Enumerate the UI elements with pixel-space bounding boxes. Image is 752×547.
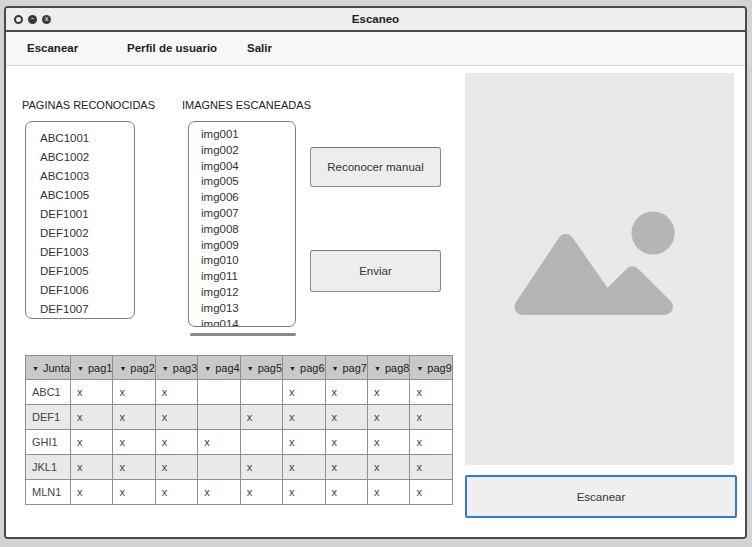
scanned-image-item[interactable]: img010 bbox=[189, 253, 295, 269]
send-button[interactable]: Enviar bbox=[310, 250, 441, 292]
page-mark-cell: x bbox=[155, 405, 197, 430]
scanned-image-item[interactable]: img001 bbox=[189, 127, 295, 143]
recognized-page-item[interactable]: ABC1005 bbox=[26, 186, 134, 205]
column-header-junta[interactable]: ▼Junta bbox=[26, 356, 71, 380]
page-mark-cell: x bbox=[367, 480, 409, 505]
app-window: Escaneo Escanear Perfil de usuario Salir… bbox=[4, 6, 747, 539]
page-mark-cell: x bbox=[155, 480, 197, 505]
page-mark-cell bbox=[240, 430, 282, 455]
scanned-image-item[interactable]: img012 bbox=[189, 285, 295, 301]
page-mark-cell: x bbox=[198, 480, 240, 505]
scan-button[interactable]: Escanear bbox=[465, 475, 737, 518]
recognized-page-item[interactable]: DEF1005 bbox=[26, 262, 134, 281]
page-mark-cell: x bbox=[283, 380, 325, 405]
page-mark-cell: x bbox=[410, 405, 452, 430]
column-header-label: pag5 bbox=[258, 362, 282, 374]
page-mark-cell: x bbox=[325, 480, 367, 505]
sort-dropdown-icon: ▼ bbox=[32, 365, 39, 372]
results-table-body: ABC1xxxxxxxDEF1xxxxxxxxGHI1xxxxxxxxJKL1x… bbox=[26, 380, 453, 505]
page-mark-cell: x bbox=[113, 380, 155, 405]
recognized-page-item[interactable]: DEF1002 bbox=[26, 224, 134, 243]
menu-bar: Escanear Perfil de usuario Salir bbox=[6, 32, 745, 66]
recognized-page-item[interactable]: DEF1003 bbox=[26, 243, 134, 262]
sort-dropdown-icon: ▼ bbox=[247, 365, 254, 372]
junta-cell: DEF1 bbox=[26, 405, 71, 430]
page-mark-cell: x bbox=[113, 430, 155, 455]
page-mark-cell bbox=[198, 380, 240, 405]
scanned-image-preview bbox=[465, 73, 734, 465]
page-mark-cell bbox=[198, 405, 240, 430]
page-mark-cell: x bbox=[283, 430, 325, 455]
recognized-page-item[interactable]: ABC1003 bbox=[26, 167, 134, 186]
column-header-label: pag9 bbox=[427, 362, 451, 374]
sort-dropdown-icon: ▼ bbox=[77, 365, 84, 372]
scanned-image-item[interactable]: img011 bbox=[189, 269, 295, 285]
sort-dropdown-icon: ▼ bbox=[289, 365, 296, 372]
results-table-header: ▼Junta▼pag1▼pag2▼pag3▼pag4▼pag5▼pag6▼pag… bbox=[26, 356, 453, 380]
scanned-images-label: IMAGNES ESCANEADAS bbox=[182, 99, 311, 111]
column-header-pag4[interactable]: ▼pag4 bbox=[198, 356, 240, 380]
scanned-images-hscrollbar[interactable] bbox=[190, 333, 296, 336]
column-header-label: pag2 bbox=[130, 362, 154, 374]
page-mark-cell: x bbox=[71, 455, 113, 480]
table-row: ABC1xxxxxxx bbox=[26, 380, 453, 405]
main-content: PAGINAS RECONOCIDAS IMAGNES ESCANEADAS A… bbox=[6, 66, 745, 539]
recognized-pages-list[interactable]: ABC1001ABC1002ABC1003ABC1005DEF1001DEF10… bbox=[25, 121, 135, 319]
column-header-pag8[interactable]: ▼pag8 bbox=[367, 356, 409, 380]
column-header-pag6[interactable]: ▼pag6 bbox=[283, 356, 325, 380]
scanned-image-item[interactable]: img014 bbox=[189, 317, 295, 327]
page-mark-cell: x bbox=[367, 380, 409, 405]
scanned-image-item[interactable]: img005 bbox=[189, 174, 295, 190]
column-header-pag1[interactable]: ▼pag1 bbox=[71, 356, 113, 380]
page-mark-cell: x bbox=[240, 455, 282, 480]
page-mark-cell: x bbox=[113, 405, 155, 430]
recognize-manual-button[interactable]: Reconocer manual bbox=[310, 147, 441, 187]
scanned-image-item[interactable]: img007 bbox=[189, 206, 295, 222]
scanned-image-item[interactable]: img002 bbox=[189, 143, 295, 159]
scanned-image-item[interactable]: img008 bbox=[189, 222, 295, 238]
scanned-image-item[interactable]: img013 bbox=[189, 301, 295, 317]
recognized-page-item[interactable]: DEF1007 bbox=[26, 300, 134, 319]
column-header-label: pag3 bbox=[173, 362, 197, 374]
table-row: GHI1xxxxxxxx bbox=[26, 430, 453, 455]
junta-cell: ABC1 bbox=[26, 380, 71, 405]
page-mark-cell: x bbox=[155, 455, 197, 480]
page-mark-cell: x bbox=[367, 405, 409, 430]
column-header-label: pag1 bbox=[88, 362, 112, 374]
column-header-label: pag4 bbox=[215, 362, 239, 374]
table-row: MLN1xxxxxxxxx bbox=[26, 480, 453, 505]
recognized-page-item[interactable]: DEF1001 bbox=[26, 205, 134, 224]
menu-item-escanear[interactable]: Escanear bbox=[27, 42, 78, 54]
recognized-page-item[interactable]: DEF1006 bbox=[26, 281, 134, 300]
scanned-image-item[interactable]: img004 bbox=[189, 159, 295, 175]
page-mark-cell: x bbox=[367, 455, 409, 480]
scanned-image-item[interactable]: img006 bbox=[189, 190, 295, 206]
page-mark-cell: x bbox=[410, 430, 452, 455]
recognized-page-item[interactable]: ABC1001 bbox=[26, 129, 134, 148]
scanned-images-list[interactable]: img001img002img004img005img006img007img0… bbox=[188, 121, 296, 327]
page-mark-cell: x bbox=[71, 380, 113, 405]
page-mark-cell: x bbox=[283, 480, 325, 505]
page-mark-cell: x bbox=[410, 480, 452, 505]
recognized-page-item[interactable]: ABC1002 bbox=[26, 148, 134, 167]
column-header-pag3[interactable]: ▼pag3 bbox=[155, 356, 197, 380]
column-header-pag5[interactable]: ▼pag5 bbox=[240, 356, 282, 380]
menu-item-salir[interactable]: Salir bbox=[247, 42, 272, 54]
column-header-pag9[interactable]: ▼pag9 bbox=[410, 356, 452, 380]
scanned-image-item[interactable]: img009 bbox=[189, 238, 295, 254]
column-header-pag7[interactable]: ▼pag7 bbox=[325, 356, 367, 380]
column-header-label: pag7 bbox=[342, 362, 366, 374]
page-mark-cell: x bbox=[325, 455, 367, 480]
page-mark-cell: x bbox=[283, 405, 325, 430]
page-mark-cell: x bbox=[240, 405, 282, 430]
page-mark-cell: x bbox=[71, 480, 113, 505]
page-mark-cell: x bbox=[155, 430, 197, 455]
page-mark-cell: x bbox=[325, 380, 367, 405]
junta-cell: JKL1 bbox=[26, 455, 71, 480]
menu-item-perfil-de-usuario[interactable]: Perfil de usuario bbox=[127, 42, 217, 54]
column-header-pag2[interactable]: ▼pag2 bbox=[113, 356, 155, 380]
sort-dropdown-icon: ▼ bbox=[119, 365, 126, 372]
page-mark-cell: x bbox=[155, 380, 197, 405]
sort-dropdown-icon: ▼ bbox=[162, 365, 169, 372]
table-row: DEF1xxxxxxxx bbox=[26, 405, 453, 430]
